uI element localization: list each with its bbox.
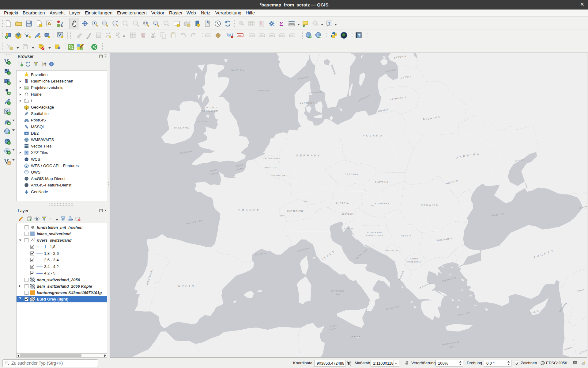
svg-text:1:1: 1:1 — [144, 22, 147, 24]
svg-text:BELGIUM: BELGIUM — [265, 167, 277, 169]
svg-text:SLOVAKIA: SLOVAKIA — [375, 181, 388, 183]
svg-text:CZECHIA: CZECHIA — [345, 173, 359, 175]
svg-text:Tyrrhenian: Tyrrhenian — [331, 290, 344, 292]
svg-text:LUXEMBOURG: LUXEMBOURG — [271, 174, 288, 176]
svg-text:a: a — [61, 25, 63, 27]
svg-text:UNITED: UNITED — [204, 106, 217, 109]
svg-text:FRANCE: FRANCE — [238, 209, 261, 212]
svg-text:abc: abc — [206, 34, 210, 37]
svg-text:HUNGARY: HUNGARY — [375, 202, 390, 205]
svg-text:MACEDONIA: MACEDONIA — [407, 261, 421, 263]
svg-text:NORTH: NORTH — [410, 258, 418, 260]
svg-text:IRELAND: IRELAND — [174, 126, 190, 129]
svg-text:Σ: Σ — [279, 21, 283, 27]
svg-text:abc: abc — [238, 34, 242, 37]
svg-text:SPAIN: SPAIN — [178, 284, 195, 287]
svg-text:MONTENEGRO: MONTENEGRO — [385, 250, 399, 251]
svg-text:DB2: DB2 — [25, 132, 28, 134]
svg-text:POLAND: POLAND — [363, 134, 383, 137]
svg-text:abc: abc — [280, 34, 284, 37]
svg-text:DENMARK: DENMARK — [300, 102, 315, 104]
svg-text:abc: abc — [290, 34, 294, 37]
svg-text:abc: abc — [270, 34, 274, 37]
svg-text:?: ? — [358, 33, 361, 38]
svg-text:AUSTRIA: AUSTRIA — [336, 202, 349, 204]
svg-text:i: i — [240, 21, 241, 25]
svg-text:ROMANIA: ROMANIA — [421, 204, 438, 206]
svg-text:ab: ab — [228, 33, 231, 36]
svg-text:abc: abc — [260, 34, 264, 37]
svg-text:SLOVENIA: SLOVENIA — [342, 213, 354, 215]
svg-text:i: i — [51, 62, 52, 66]
svg-text:T: T — [328, 21, 331, 25]
svg-text:BOSNIA AND: BOSNIA AND — [367, 231, 382, 233]
svg-text:GERMANY: GERMANY — [296, 154, 321, 157]
svg-text:Irish Sea: Irish Sea — [197, 120, 208, 122]
svg-text:Sea: Sea — [336, 293, 340, 296]
svg-text:North Sea: North Sea — [258, 90, 270, 92]
svg-text:x: x — [118, 35, 120, 38]
svg-text:SERBIA: SERBIA — [401, 235, 411, 237]
svg-text:KINGDOM: KINGDOM — [202, 109, 219, 112]
svg-text:abc: abc — [250, 34, 254, 37]
svg-text:HERZEGOVINA: HERZEGOVINA — [366, 234, 383, 236]
svg-text:MALTA: MALTA — [352, 335, 360, 338]
svg-text:North Sea: North Sea — [231, 69, 245, 71]
svg-text:NETHERLANDS: NETHERLANDS — [263, 157, 280, 159]
svg-text:CROATIA: CROATIA — [342, 228, 354, 230]
svg-text:SWITZERLAND: SWITZERLAND — [287, 210, 303, 212]
svg-text:ε: ε — [50, 217, 51, 221]
